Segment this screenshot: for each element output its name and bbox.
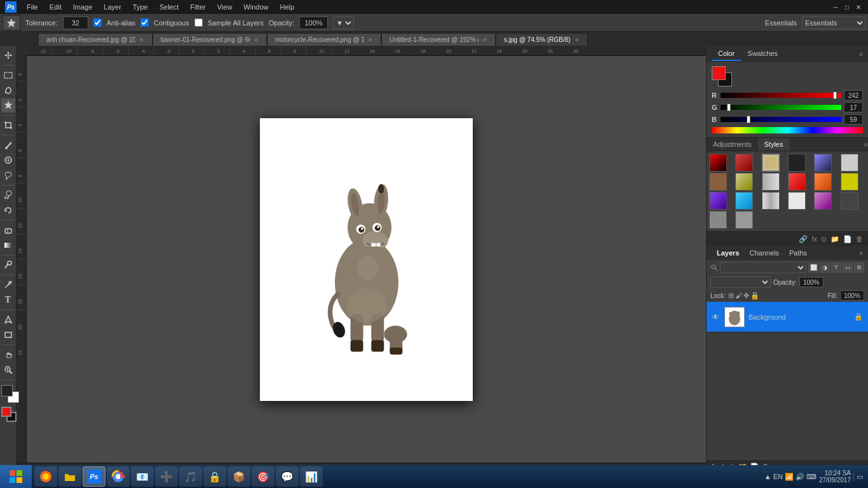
tab-2[interactable]: banner-01-Recovered.png @ 66.7% ... ✕ [153,33,267,46]
style-item-17[interactable] [814,192,832,210]
tray-arrow[interactable]: ▲ [764,473,771,480]
taskbar-app-8[interactable]: 🔒 [203,466,226,487]
r-value[interactable] [844,90,863,100]
layers-tab[interactable]: Layers [712,247,744,259]
eyedropper-tool[interactable] [1,138,15,152]
g-slider[interactable] [721,105,841,110]
menu-type[interactable]: Type [128,2,153,12]
tab-1[interactable]: anh chuan-Recovered.jpg @ 100% (... ✕ [38,33,153,46]
menu-image[interactable]: Image [68,2,98,12]
sample-all-checkbox[interactable] [194,18,203,27]
taskbar-app-5[interactable]: 📧 [131,466,154,487]
menu-select[interactable]: Select [154,2,184,12]
clone-stamp-tool[interactable] [1,188,15,202]
style-item-2[interactable] [735,154,753,172]
filter-type-icon[interactable]: T [831,262,841,273]
r-slider[interactable] [721,93,841,98]
style-item-18[interactable] [841,192,858,210]
filter-adjust-icon[interactable]: ◑ [820,262,830,273]
foreground-color[interactable] [1,385,13,396]
taskbar-chrome[interactable] [107,466,130,487]
g-value[interactable] [844,102,863,112]
move-tool[interactable] [1,48,15,62]
taskbar-app-11[interactable]: 💬 [276,466,299,487]
style-item-11[interactable] [814,173,832,191]
fill-value[interactable] [840,290,864,301]
adj-panel-menu[interactable]: ≡ [864,141,868,148]
tab-2-close[interactable]: ✕ [254,37,259,43]
tray-volume[interactable]: 🔊 [796,473,804,481]
layer-visibility-icon[interactable]: 👁 [712,313,721,322]
g-handle[interactable] [727,104,731,111]
opacity-select[interactable]: ▼ [333,17,354,29]
tolerance-input[interactable] [63,17,88,29]
style-item-5[interactable] [814,154,832,172]
menu-layer[interactable]: Layer [98,2,126,12]
style-item-6[interactable] [841,154,858,172]
brush-tool[interactable] [1,168,15,182]
style-item-14[interactable] [735,192,753,210]
lock-all-icon[interactable]: 🔒 [750,292,759,300]
taskbar-app-12[interactable]: 📊 [300,466,323,487]
style-item-10[interactable] [788,173,806,191]
type-tool[interactable]: T [1,293,15,307]
taskbar-photoshop[interactable]: Ps [83,466,105,487]
history-brush-tool[interactable] [1,203,15,217]
b-value[interactable] [844,114,863,125]
layers-fx-icon[interactable]: fx [811,235,817,243]
taskbar-firefox[interactable] [34,466,57,487]
antialias-checkbox[interactable] [93,18,102,27]
swatches-tab[interactable]: Swatches [741,47,784,61]
tab-5[interactable]: s.jpg @ 74.5% (RGB/8) ✕ [496,33,588,46]
path-selection-tool[interactable] [1,313,15,327]
styles-tab[interactable]: Styles [758,138,790,151]
foreground-color-swatch[interactable] [1,407,11,417]
menu-view[interactable]: View [212,2,238,12]
healing-brush-tool[interactable] [1,153,15,167]
opacity-value-layers[interactable] [799,277,824,287]
lasso-tool[interactable] [1,83,15,97]
show-desktop-button[interactable]: ▭ [853,473,863,481]
lock-pixel-icon[interactable]: ⊞ [728,292,734,300]
layers-link-icon[interactable]: 🔗 [799,235,808,243]
tab-3[interactable]: motorcycle-Recovered.png @ 100% ... ✕ [267,33,381,46]
shape-tool[interactable] [1,328,15,342]
workspace-select[interactable]: Essentials [802,17,865,29]
clock-date[interactable]: 10:24 SA 27/09/2017 [819,470,851,484]
taskbar-app-9[interactable]: 📦 [227,466,250,487]
layers-new-icon[interactable]: 📄 [843,235,852,243]
layers-delete-icon[interactable]: 🗑 [856,235,863,243]
style-item-13[interactable] [709,192,727,210]
lock-paint-icon[interactable]: 🖌 [735,292,742,300]
taskbar-app-7[interactable]: 🎵 [179,466,202,487]
start-button[interactable] [0,465,32,488]
eraser-tool[interactable] [1,223,15,237]
layers-mask-icon[interactable]: ⊙ [821,235,827,243]
tray-network[interactable]: 📶 [785,473,794,481]
tool-preset-button[interactable] [3,15,20,30]
style-item-7[interactable] [709,173,727,191]
channels-tab[interactable]: Channels [744,247,783,259]
style-item-9[interactable] [762,173,780,191]
crop-tool[interactable] [1,118,15,132]
tab-1-close[interactable]: ✕ [139,37,144,43]
blend-mode-select[interactable]: Normal [710,276,771,288]
lock-move-icon[interactable]: ✥ [743,292,749,300]
layers-group-icon[interactable]: 📁 [831,235,839,243]
contiguous-checkbox[interactable] [140,18,149,27]
tab-4[interactable]: Untitled-1-Recovered @ 192% (Laye... ✕ [381,33,496,46]
gradient-tool[interactable] [1,238,15,252]
style-item-15[interactable] [762,192,780,210]
tab-4-close[interactable]: ✕ [482,37,487,43]
style-item-20[interactable] [735,211,753,229]
maximize-button[interactable]: □ [843,3,851,11]
tab-3-close[interactable]: ✕ [368,37,373,43]
filter-pixel-icon[interactable]: ⬜ [808,262,818,273]
color-tab[interactable]: Color [712,47,741,61]
spectrum-bar[interactable] [712,127,863,133]
menu-file[interactable]: File [22,2,43,12]
menu-window[interactable]: Window [238,2,273,12]
style-item-16[interactable] [788,192,806,210]
close-button[interactable]: ✕ [854,3,863,11]
menu-edit[interactable]: Edit [44,2,67,12]
